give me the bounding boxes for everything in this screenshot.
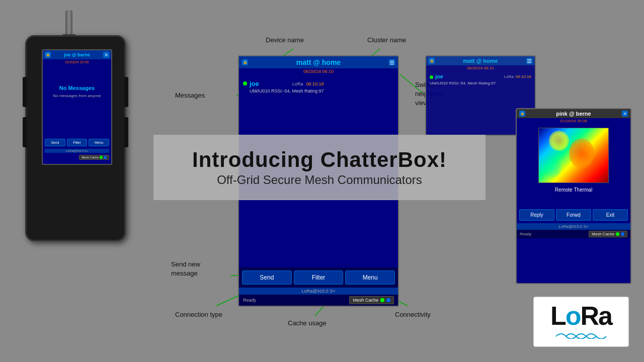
small-screen-date: 01/03/24 20:40 <box>43 59 111 65</box>
cache-usage-label: Cache usage <box>288 319 327 327</box>
thermal-label: Remote Thermal <box>517 187 630 197</box>
small-filter-button[interactable]: Filter <box>67 139 88 146</box>
tr1-online-dot <box>430 75 433 79</box>
main-buttons-row: Send Filter Menu <box>239 267 398 288</box>
messages-label: Messages <box>175 92 205 99</box>
connection-type-label: Connection type <box>175 311 222 318</box>
connectivity-label: Connectivity <box>395 311 431 318</box>
top-right-screen2: 🔒 pink @ berne ✕ 01/10/24 20:08 Remote T… <box>516 108 631 284</box>
tr2-green-dot <box>616 232 619 236</box>
cluster-name-label: Cluster name <box>367 36 406 44</box>
main-green-indicator <box>380 298 384 302</box>
lock-icon: 🔒 <box>45 52 51 58</box>
lora-logo-text: LoRa <box>550 303 612 329</box>
tr2-ready: Ready <box>520 232 531 236</box>
main-screen-body: joe LoRa 06:10:18 UbkhJ010 RSSI:-54, Mes… <box>239 76 398 100</box>
lora-badge: LoRa <box>292 81 303 86</box>
contact-name: joe <box>250 80 259 87</box>
main-contact-row: joe LoRa 06:10:18 UbkhJ010 RSSI:-54, Mes… <box>243 80 394 94</box>
main-screen-title: matt @ home <box>248 58 389 66</box>
intro-title: Introducing ChatterBox! <box>192 148 447 172</box>
physical-device: 🔒 joe @ barne ✕ 01/03/24 20:40 No Messag… <box>15 10 136 256</box>
tr1-contact-name: joe <box>435 73 443 79</box>
tr2-status-bar: LoRa@915.0 S+ <box>517 223 630 230</box>
contact-info: UbkhJ010 RSSI:-54, Mesh Rating:97 <box>250 88 324 94</box>
tr1-title: matt @ home <box>435 58 526 64</box>
main-screen-bottom: Send Filter Menu LoRa@915.0 S+ Ready Mes… <box>239 267 398 306</box>
tr2-buttons-row: Reply Forwd Exit <box>517 207 630 223</box>
main-status-bar: LoRa@915.0 S+ <box>239 288 398 295</box>
main-blue-indicator <box>386 298 390 302</box>
tr1-contact-time: 06:10:18 <box>516 74 531 79</box>
right-grip2 <box>124 117 128 147</box>
send-new-message-label: Send newmessage <box>171 260 200 278</box>
right-grip <box>124 77 128 107</box>
tr1-contact-row: joe LoRa 06:10:18 <box>430 73 531 79</box>
green-dot-small <box>100 156 103 159</box>
small-status-bar: LoRa@916.0 S+ <box>45 149 109 153</box>
exit-button[interactable]: Exit <box>593 209 628 221</box>
small-menu-button[interactable]: Menu <box>89 139 109 146</box>
small-send-button[interactable]: Send <box>45 139 65 146</box>
main-menu-icon[interactable] <box>389 59 395 65</box>
small-screen-title: joe @ barne <box>51 52 103 57</box>
no-messages-label: No Messages <box>43 65 111 94</box>
small-mesh-cache-badge: Mesh Cache <box>79 155 109 160</box>
main-screen-date: 06/20/24 06:10 <box>239 68 398 76</box>
main-filter-button[interactable]: Filter <box>294 270 344 285</box>
small-mesh-bar: Mesh Cache <box>45 155 109 160</box>
tr1-contact-info: UbkhJ010 RSSI:-54, Mesh Rating:97 <box>430 81 531 85</box>
main-ready-text: Ready <box>243 298 256 303</box>
tr1-body: joe LoRa 06:10:18 UbkhJ010 RSSI:-54, Mes… <box>426 71 535 88</box>
tr2-title: pink @ berne <box>525 111 622 117</box>
tr1-lock-icon: 🔒 <box>429 58 435 64</box>
left-grip <box>23 77 27 107</box>
forward-button[interactable]: Forwd <box>556 209 591 221</box>
tr2-lock-icon: 🔒 <box>519 111 525 117</box>
contact-time: 06:10:18 <box>306 81 324 86</box>
tr1-lora: LoRa <box>504 74 514 79</box>
contact-online-indicator <box>243 81 247 85</box>
small-screen-buttons: Send Filter Menu <box>45 139 109 146</box>
left-grip2 <box>23 117 27 147</box>
lora-waves-svg <box>551 329 611 339</box>
small-screen-header: 🔒 joe @ barne ✕ <box>43 50 111 59</box>
tr2-date: 01/10/24 20:08 <box>517 118 630 124</box>
tr1-date: 06/20/24 06:10 <box>426 65 535 71</box>
x-icon: ✕ <box>103 52 109 58</box>
device-body: 🔒 joe @ barne ✕ 01/03/24 20:40 No Messag… <box>25 35 126 241</box>
intro-subtitle: Off-Grid Secure Mesh Communicators <box>217 173 422 187</box>
intro-overlay: Introducing ChatterBox! Off-Grid Secure … <box>153 135 486 200</box>
tr1-menu-icon[interactable] <box>526 58 532 64</box>
main-mesh-cache-bar: Ready Mesh Cache <box>239 295 398 306</box>
tr2-mesh-cache-badge: Mesh Cache <box>589 231 627 237</box>
blue-dot-small <box>104 156 107 159</box>
main-mesh-cache-badge: Mesh Cache <box>349 296 394 304</box>
tr2-blue-dot <box>621 232 624 236</box>
main-lock-icon: 🔒 <box>242 59 248 65</box>
reply-button[interactable]: Reply <box>519 209 554 221</box>
main-menu-button[interactable]: Menu <box>345 270 395 285</box>
main-send-button[interactable]: Send <box>242 270 292 285</box>
thermal-image <box>538 128 609 183</box>
tr2-header: 🔒 pink @ berne ✕ <box>517 109 630 118</box>
tr2-mesh-bar: Ready Mesh Cache <box>517 230 630 238</box>
device-small-screen: 🔒 joe @ barne ✕ 01/03/24 20:40 No Messag… <box>42 49 112 165</box>
device-name-label: Device name <box>266 36 304 44</box>
tr1-header: 🔒 matt @ home <box>426 56 535 65</box>
main-screen-header: 🔒 matt @ home <box>239 56 398 68</box>
lora-logo: LoRa <box>550 303 612 341</box>
antenna <box>65 10 72 38</box>
no-messages-sub-label: No messages from anyone <box>43 94 111 98</box>
tr2-x-icon: ✕ <box>622 111 628 117</box>
lora-logo-box: LoRa <box>533 297 629 347</box>
